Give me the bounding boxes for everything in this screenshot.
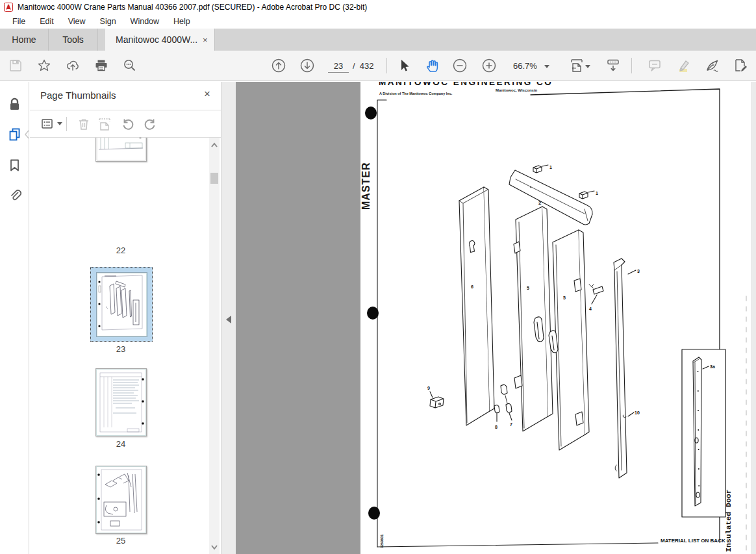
delete-pages-button[interactable]	[75, 116, 92, 132]
panel-notch-icon	[25, 130, 29, 139]
rotate-right-button[interactable]	[142, 116, 158, 132]
toolbar-separator	[631, 58, 632, 73]
thumbnail-label-22: 22	[77, 246, 165, 255]
thumbnail-page-25[interactable]	[95, 466, 147, 534]
hand-tool-button[interactable]	[422, 55, 442, 77]
menu-bar: File Edit View Sign Window Help	[0, 14, 756, 29]
page-number-input[interactable]	[328, 59, 349, 73]
menu-edit[interactable]: Edit	[32, 16, 61, 28]
part-label-2: 2	[538, 200, 542, 206]
fill-sign-button[interactable]	[702, 55, 723, 77]
page-thumbnails-icon[interactable]	[8, 127, 21, 141]
scroll-up-icon[interactable]	[209, 140, 220, 151]
thumbnail-page-22[interactable]	[95, 138, 147, 162]
document-scrollbar[interactable]	[751, 82, 756, 554]
menu-help[interactable]: Help	[166, 16, 197, 28]
page-up-icon	[270, 57, 287, 74]
fit-width-button[interactable]	[566, 55, 587, 77]
insert-page-icon	[97, 116, 112, 132]
window-title: Manitowoc 4000W Crane Parts Manual 40366…	[18, 3, 367, 12]
close-tab-icon[interactable]: ×	[203, 36, 208, 44]
tab-tools[interactable]: Tools	[49, 29, 98, 51]
star-button[interactable]	[34, 55, 55, 77]
scroll-down-icon[interactable]	[209, 542, 220, 552]
menu-window[interactable]: Window	[123, 16, 166, 28]
zoom-out-button[interactable]	[449, 55, 470, 77]
zoom-dropdown-icon[interactable]	[544, 65, 549, 68]
thumbnail-page-23-selected[interactable]	[90, 267, 153, 342]
insert-page-button[interactable]	[96, 116, 113, 132]
highlight-button[interactable]	[673, 55, 694, 77]
thumbnail-preview	[96, 138, 146, 161]
panel-toolbar-separator	[66, 117, 67, 131]
pdf-page-canvas[interactable]: MANITOWOC ENGINEERING CO A Division of T…	[360, 82, 751, 554]
save-button[interactable]	[5, 55, 26, 77]
menu-view[interactable]: View	[61, 16, 93, 28]
document-view: MANITOWOC ENGINEERING CO A Division of T…	[236, 82, 756, 554]
thumbnail-label-25: 25	[77, 536, 165, 546]
thumbnails-panel-header: Page Thumbnails ×	[30, 82, 221, 110]
rotate-left-button[interactable]	[120, 116, 136, 132]
comment-icon	[647, 58, 662, 73]
part-label-3: 3	[637, 269, 640, 273]
part-label-10: 10	[635, 410, 640, 415]
part-label-1b: 1	[596, 191, 598, 195]
comment-button[interactable]	[644, 55, 665, 77]
acrobat-logo-icon	[4, 3, 13, 12]
menu-sign[interactable]: Sign	[93, 16, 123, 28]
collapse-panel-icon[interactable]	[226, 316, 231, 323]
thumbnail-label-24: 24	[77, 439, 165, 449]
attachments-icon[interactable]	[8, 188, 21, 202]
page-count: / 432	[353, 61, 374, 71]
thumbnail-label-23: 23	[77, 344, 165, 354]
select-tool-button[interactable]	[394, 55, 415, 77]
thumbnail-list: 22	[30, 138, 221, 554]
tab-home[interactable]: Home	[0, 29, 49, 51]
edit-page-icon	[732, 57, 749, 74]
fit-dropdown-icon[interactable]	[585, 65, 590, 68]
tab-bar: Home Tools Manitowoc 4000W... ×	[0, 29, 756, 51]
navigation-rail	[0, 82, 29, 554]
options-dropdown-icon[interactable]	[57, 122, 62, 125]
previous-page-button[interactable]	[268, 55, 289, 77]
edit-pdf-button[interactable]	[730, 55, 751, 77]
thumbnail-page-24[interactable]	[95, 368, 147, 436]
part-label-9: 9	[427, 386, 430, 390]
main-area: Page Thumbnails ×	[0, 82, 756, 554]
star-icon	[36, 58, 52, 73]
scrollbar-thumb[interactable]	[210, 173, 218, 184]
thumbnails-toolbar	[30, 110, 221, 138]
thumbnails-scrollbar[interactable]	[209, 138, 220, 554]
zoom-in-button[interactable]	[479, 55, 499, 77]
printer-icon	[94, 58, 109, 73]
options-list-icon	[40, 117, 55, 131]
acrobat-window: Manitowoc 4000W Crane Parts Manual 40366…	[0, 0, 756, 554]
panel-title: Page Thumbnails	[40, 90, 116, 101]
part-label-5b: 5	[563, 296, 566, 300]
print-button[interactable]	[91, 55, 112, 77]
page-scrolling-icon	[605, 58, 621, 73]
bookmarks-icon[interactable]	[8, 158, 21, 172]
document-tab-label: Manitowoc 4000W...	[116, 34, 197, 45]
share-button[interactable]	[62, 55, 83, 77]
zoom-level[interactable]: 66.7%	[513, 61, 537, 71]
rotate-counterclockwise-icon	[120, 116, 136, 132]
find-button[interactable]	[120, 55, 140, 77]
thumbnails-panel: Page Thumbnails ×	[30, 82, 221, 554]
scrolling-mode-button[interactable]	[603, 55, 624, 77]
panel-splitter[interactable]	[221, 82, 236, 554]
highlighter-icon	[675, 57, 692, 74]
thumbnail-preview	[96, 466, 146, 533]
thumbnail-page-23[interactable]	[96, 272, 147, 337]
rotate-clockwise-icon	[142, 116, 158, 132]
menu-file[interactable]: File	[5, 16, 32, 28]
panel-close-icon[interactable]: ×	[204, 88, 210, 99]
security-lock-icon[interactable]	[8, 97, 21, 111]
exploded-door-diagram: 1 1 2 3 3a 4 5 5 6 7 8 9 10	[360, 82, 751, 554]
next-page-button[interactable]	[297, 55, 318, 77]
thumbnail-options-button[interactable]	[39, 116, 56, 132]
part-label-1: 1	[549, 165, 552, 170]
zoom-out-icon	[451, 57, 468, 74]
tab-document[interactable]: Manitowoc 4000W... ×	[104, 29, 215, 51]
part-label-6: 6	[471, 284, 473, 289]
